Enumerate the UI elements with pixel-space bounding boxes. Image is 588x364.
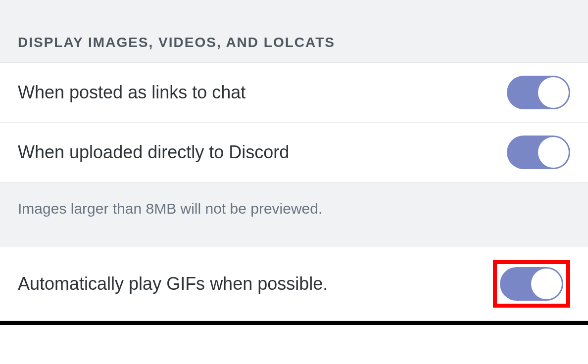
bottom-bar: [0, 321, 588, 325]
note-text: Images larger than 8MB will not be previ…: [18, 200, 322, 217]
highlight-box: [493, 260, 570, 308]
toggle-posted-as-links[interactable]: [507, 76, 570, 109]
settings-panel: DISPLAY IMAGES, VIDEOS, AND LOLCATS When…: [0, 0, 588, 325]
section-header: DISPLAY IMAGES, VIDEOS, AND LOLCATS: [0, 0, 588, 63]
toggle-uploaded-directly[interactable]: [507, 136, 570, 169]
toggle-autoplay-gifs[interactable]: [500, 267, 563, 301]
toggle-knob: [531, 269, 562, 299]
setting-row-links: When posted as links to chat: [0, 63, 588, 123]
setting-row-uploaded: When uploaded directly to Discord: [0, 123, 588, 182]
toggle-knob: [538, 137, 569, 168]
setting-label: When uploaded directly to Discord: [18, 142, 289, 163]
section-title: DISPLAY IMAGES, VIDEOS, AND LOLCATS: [18, 35, 335, 50]
toggle-knob: [538, 77, 569, 108]
setting-label: Automatically play GIFs when possible.: [18, 273, 328, 294]
setting-row-autoplay-gifs: Automatically play GIFs when possible.: [0, 247, 588, 321]
setting-label: When posted as links to chat: [18, 82, 245, 103]
note-block: Images larger than 8MB will not be previ…: [0, 182, 588, 247]
